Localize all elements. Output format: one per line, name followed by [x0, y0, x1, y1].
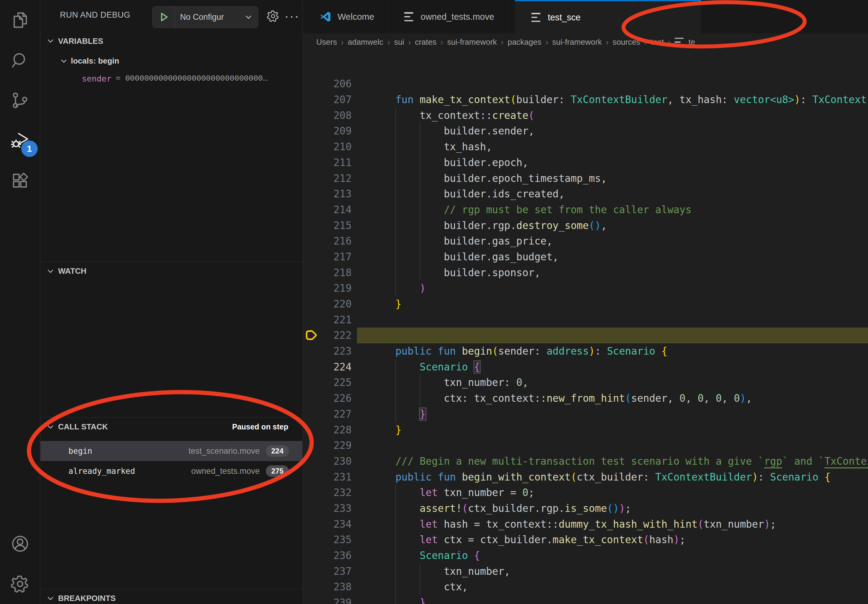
code-line-211[interactable]: 211 builder.epoch_timestamp_ms, — [303, 123, 868, 139]
breadcrumb-item[interactable]: Users — [316, 37, 337, 47]
breadcrumb-item[interactable]: packages — [508, 37, 541, 47]
tab-test-scenario[interactable]: test_sce — [515, 0, 701, 34]
code-line-224[interactable]: 224 txn_number: 0, — [303, 328, 868, 343]
code-line-227[interactable]: 227 } — [303, 375, 868, 390]
code-line-232[interactable]: 232 assert!(ctx_builder.rgp.is_some()); — [303, 454, 868, 469]
code-line-229[interactable]: 229 /// Begin a new multi-transaction te… — [303, 406, 868, 422]
code-line-221[interactable]: 221 /// Begin a new multi-transaction te… — [303, 280, 868, 296]
code-line-236[interactable]: 236 txn_number, — [303, 516, 868, 532]
tab-bar: Welcome owned_tests.move test_sce — [303, 0, 868, 34]
breadcrumb-item[interactable]: test — [651, 37, 664, 47]
explorer-icon[interactable] — [0, 0, 40, 40]
code-line-233[interactable]: 233 let hash = tx_context::dummy_tx_hash… — [303, 469, 868, 485]
code-line-219[interactable]: 219 } — [303, 249, 868, 265]
tab-welcome[interactable]: Welcome — [303, 0, 388, 34]
code-line-222[interactable]: 222 public fun begin(sender: address): S… — [303, 296, 868, 312]
code-line-239[interactable]: 239 } — [303, 564, 868, 579]
code-line-209[interactable]: 209 tx_hash, — [303, 92, 868, 108]
code-line-208[interactable]: 208 builder.sender, — [303, 76, 868, 92]
glyph-margin — [305, 392, 318, 405]
code-line-240[interactable]: 240 — [303, 579, 868, 595]
code-line-225[interactable]: 225 ctx: tx_context::new_from_hint(sende… — [303, 343, 868, 359]
variables-scope-row[interactable]: locals: begin — [40, 52, 302, 69]
breadcrumb-separator: › — [644, 37, 647, 47]
source-control-icon[interactable] — [0, 80, 40, 121]
glyph-margin — [305, 407, 318, 421]
glyph-margin — [305, 109, 318, 122]
code-line-226[interactable]: 226 } — [303, 359, 868, 375]
code-line-237[interactable]: 237 ctx, — [303, 532, 868, 548]
glyph-margin — [305, 471, 318, 484]
breadcrumb-separator: › — [501, 37, 504, 47]
breadcrumb-item[interactable]: adamwelc — [348, 37, 383, 47]
code-line-212[interactable]: 212 builder.ids_created, — [303, 139, 868, 155]
search-icon[interactable] — [0, 40, 40, 80]
glyph-margin — [305, 565, 318, 578]
code-line-223[interactable]: 223 Scenario { — [303, 312, 868, 328]
code-line-207[interactable]: 207 tx_context::create( — [303, 60, 868, 76]
call-stack-frame[interactable]: begin test_scenario.move 224 — [40, 441, 302, 461]
code-line-206[interactable]: 206 fun make_tx_context(builder: TxConte… — [303, 51, 868, 60]
breadcrumb-separator: › — [341, 37, 344, 47]
code-line-238[interactable]: 238 } — [303, 548, 868, 564]
code-line-216[interactable]: 216 builder.gas_budget, — [303, 202, 868, 218]
sidebar-header: RUN AND DEBUG No Configur ··· — [40, 0, 302, 32]
glyph-margin — [305, 156, 318, 169]
glyph-margin — [305, 187, 318, 201]
code-line-217[interactable]: 217 builder.sponsor, — [303, 218, 868, 234]
watch-section-header[interactable]: WATCH — [40, 262, 302, 280]
tab-label: test_sce — [548, 12, 581, 23]
start-debug-icon[interactable] — [153, 6, 175, 28]
variable-row[interactable]: sender = 00000000000000000000000000000… — [40, 70, 302, 87]
move-file-icon — [674, 38, 685, 47]
glyph-margin — [305, 77, 318, 91]
more-actions-icon[interactable]: ··· — [284, 8, 300, 24]
breakpoints-section-header[interactable]: BREAKPOINTS — [40, 589, 302, 604]
tab-owned-tests[interactable]: owned_tests.move — [388, 0, 509, 34]
code-line-214[interactable]: 214 builder.rgp.destroy_some(), — [303, 170, 868, 186]
glyph-margin — [305, 596, 318, 604]
code-line-213[interactable]: 213 // rgp must be set from the caller a… — [303, 155, 868, 170]
debug-settings-gear-icon[interactable] — [265, 8, 281, 24]
frame-function: begin — [68, 446, 92, 455]
code-line-210[interactable]: 210 builder.epoch, — [303, 108, 868, 124]
code-editor[interactable]: 206 fun make_tx_context(builder: TxConte… — [303, 51, 868, 604]
code-line-215[interactable]: 215 builder.gas_price, — [303, 186, 868, 202]
breadcrumb-item[interactable]: sui-framework — [447, 37, 497, 47]
call-stack-frame[interactable]: already_marked owned_tests.move 275 — [40, 461, 302, 481]
glyph-margin — [305, 203, 318, 217]
code-line-234[interactable]: 234 let ctx = ctx_builder.make_tx_contex… — [303, 485, 868, 500]
call-stack-section-header[interactable]: CALL STACK Paused on step — [40, 417, 302, 436]
code-line-228[interactable]: 228 — [303, 390, 868, 406]
code-line-218[interactable]: 218 ) — [303, 233, 868, 249]
breadcrumb-file-item[interactable]: te — [674, 37, 695, 47]
breadcrumb-item[interactable]: sources — [612, 37, 640, 47]
breadcrumb-item[interactable]: sui — [394, 37, 404, 47]
accounts-icon[interactable] — [0, 524, 40, 564]
glyph-margin — [305, 250, 318, 264]
settings-gear-icon[interactable] — [0, 564, 40, 604]
code-line-231[interactable]: 231 let txn_number = 0; — [303, 438, 868, 454]
activity-bar: 1 — [0, 0, 40, 604]
tab-label: Welcome — [338, 12, 374, 22]
move-file-icon — [531, 13, 542, 22]
code-line-230[interactable]: 230 public fun begin_with_context(ctx_bu… — [303, 422, 868, 438]
breadcrumb-separator: › — [440, 37, 443, 47]
sidebar-title: RUN AND DEBUG — [60, 10, 130, 20]
variables-section-header[interactable]: VARIABLES — [40, 32, 302, 51]
run-and-debug-icon[interactable]: 1 — [0, 121, 40, 161]
extensions-icon[interactable] — [0, 161, 40, 201]
variables-section-title: VARIABLES — [58, 37, 103, 46]
launch-config-dropdown[interactable]: No Configur — [152, 6, 258, 28]
code-line-220[interactable]: 220 — [303, 265, 868, 281]
launch-config-label: No Configur — [175, 12, 244, 22]
breadcrumb-item[interactable]: crates — [415, 37, 436, 47]
code-line-241[interactable]: 241 /// Creates and shares system object… — [303, 595, 868, 604]
variable-value: = 00000000000000000000000000000… — [116, 74, 268, 83]
frame-function: already_marked — [68, 466, 135, 475]
glyph-margin — [305, 219, 318, 232]
breadcrumb-separator: › — [408, 37, 411, 47]
code-line-235[interactable]: 235 Scenario { — [303, 500, 868, 516]
breadcrumb-separator: › — [545, 37, 548, 47]
breadcrumb-item[interactable]: sui-framework — [552, 37, 602, 47]
